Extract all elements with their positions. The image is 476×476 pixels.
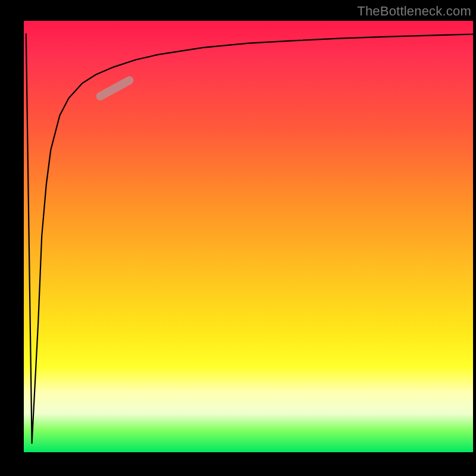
watermark-text: TheBottleneck.com — [357, 4, 471, 19]
chart-plot-area — [24, 21, 473, 452]
